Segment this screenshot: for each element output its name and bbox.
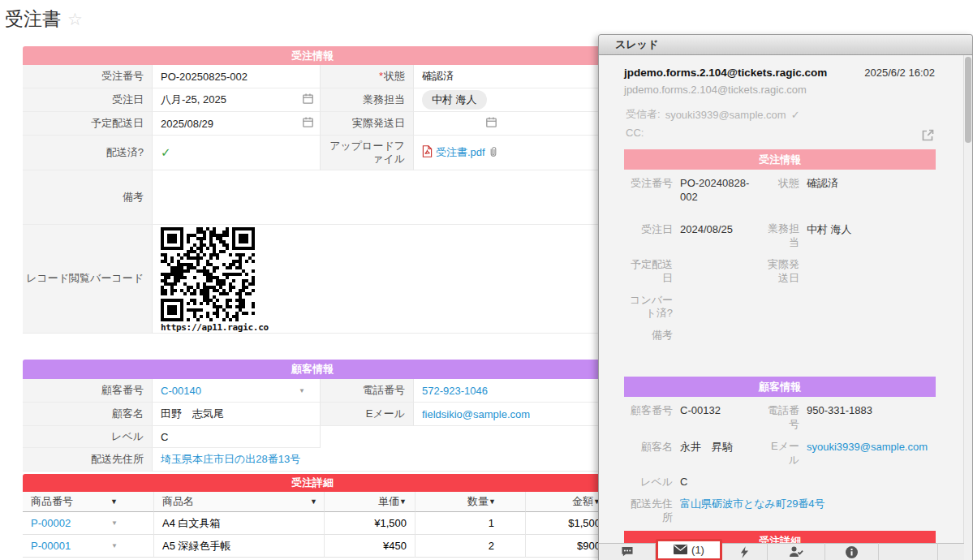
thread-address-label: 配送先住所: [624, 493, 673, 529]
thread-email-value: syouki3939@sample.com: [807, 437, 952, 471]
thread-panel-body: jpdemo.forms.2.104@tickets.ragic.com 202…: [599, 55, 972, 560]
actions-tab[interactable]: [722, 543, 768, 560]
calendar-icon[interactable]: [303, 93, 313, 106]
thread-customer-name-value: 永井 昇騎: [680, 437, 755, 471]
table-row-cell-amount: $900: [526, 535, 602, 558]
table-row-cell-product-no: P-00002 ▼: [23, 512, 154, 535]
message-timestamp: 2025/6/2 16:02: [864, 67, 935, 79]
thread-rep-value: 中村 海人: [807, 219, 952, 253]
favorite-star-icon[interactable]: ☆: [67, 10, 83, 29]
delivered-value[interactable]: ✓: [153, 136, 321, 170]
thread-toolbar: (1): [599, 543, 964, 560]
product-link[interactable]: P-00002: [31, 517, 71, 529]
notes-value[interactable]: [153, 170, 602, 225]
rep-chip[interactable]: 中村 海人: [422, 90, 487, 110]
table-row-cell-product-name: A5 深緑色手帳: [154, 535, 325, 558]
thread-order-no-value: PO-20240828-002: [680, 173, 755, 218]
table-row-cell-product-no: P-00001 ▼: [23, 535, 154, 558]
assignment-tab[interactable]: [768, 543, 825, 560]
rep-label: 業務担当: [321, 88, 414, 112]
thread-phone-label: 電話番号: [762, 400, 799, 436]
email-link[interactable]: fieldsikio@sample.com: [422, 408, 530, 420]
thread-order-date-label: 受注日: [624, 219, 673, 253]
calendar-icon[interactable]: [303, 117, 313, 130]
phone-link[interactable]: 572-923-1046: [422, 385, 488, 397]
customer-info-header: 顧客情報: [23, 360, 602, 379]
product-link[interactable]: P-00001: [31, 540, 71, 552]
thread-address-link[interactable]: 富山県砺波市となみ町29番4号: [680, 498, 825, 510]
thread-scrollbar-thumb[interactable]: [965, 57, 971, 143]
thread-rep-label: 業務担当: [762, 218, 799, 254]
thread-convert-value: [680, 291, 952, 323]
chevron-down-icon[interactable]: ▼: [111, 519, 118, 527]
barcode-label: レコード閲覧バーコード: [23, 225, 153, 334]
customer-name-value: 田野 志気尾: [153, 403, 321, 426]
thread-actual-ship-value: [807, 255, 952, 289]
table-row-cell-amount: $1,500: [526, 512, 602, 535]
thread-level-value: C: [680, 472, 952, 493]
table-row-cell-unit-price: ¥450: [325, 535, 415, 558]
thread-panel-header[interactable]: スレッド: [599, 35, 972, 55]
lightning-icon: [740, 546, 749, 558]
order-date-label: 受注日: [23, 88, 153, 112]
cc-label: CC:: [626, 127, 935, 139]
email-label: Eメール: [321, 403, 414, 426]
planned-ship-label: 予定配送日: [23, 112, 153, 136]
thread-panel: スレッド jpdemo.forms.2.104@tickets.ragic.co…: [598, 34, 973, 560]
col-header-amount: 金額▼: [526, 492, 602, 512]
thread-phone-value: 950-331-1883: [807, 400, 952, 436]
thread-planned-ship-value: [680, 255, 755, 289]
status-label: *状態: [321, 65, 414, 88]
actual-ship-value[interactable]: [414, 112, 602, 136]
rep-value: 中村 海人: [414, 88, 602, 112]
comments-tab[interactable]: [599, 543, 656, 560]
calendar-icon[interactable]: [486, 117, 497, 130]
customer-no-link[interactable]: C-00140: [161, 385, 201, 397]
mail-count: (1): [691, 544, 704, 556]
table-row-cell-qty: 1: [415, 512, 526, 535]
chevron-down-icon[interactable]: ▼: [111, 542, 118, 549]
order-date-value[interactable]: 八月-25, 2025: [153, 88, 321, 112]
qr-url: https://ap11.ragic.co: [161, 322, 269, 333]
page: 受注書 ☆ 受注情報 受注番号 PO-20250825-002 *状態 確認済 …: [0, 0, 973, 560]
thread-status-value: 確認済: [807, 173, 952, 218]
sort-icon[interactable]: ▼: [310, 498, 317, 506]
order-info-header: 受注情報: [23, 46, 602, 65]
empty-tab[interactable]: [879, 543, 938, 560]
pdf-icon: [422, 145, 433, 160]
sort-icon[interactable]: ▼: [110, 498, 118, 506]
email-value: fieldsikio@sample.com: [414, 403, 602, 426]
thread-notes-value: [680, 325, 952, 360]
mail-tab[interactable]: (1): [656, 539, 722, 560]
status-value: 確認済: [414, 65, 602, 88]
col-header-product-no: 商品番号 ▼: [23, 492, 154, 512]
thread-scrollbar[interactable]: [963, 55, 972, 560]
planned-ship-text: 2025/08/29: [161, 118, 213, 130]
attachment-link[interactable]: 受注書.pdf: [436, 145, 485, 160]
col-header-qty: 数量▼: [415, 492, 526, 512]
info-tab[interactable]: [825, 543, 879, 560]
upload-file-value: 受注書.pdf: [414, 136, 602, 170]
sort-icon[interactable]: ▼: [489, 498, 496, 506]
order-date-text: 八月-25, 2025: [161, 93, 226, 107]
section-gap: [23, 334, 602, 360]
phone-label: 電話番号: [321, 379, 414, 403]
thread-address-value: 富山県砺波市となみ町29番4号: [680, 493, 952, 529]
thread-notes-label: 備考: [624, 325, 673, 360]
open-external-icon[interactable]: [921, 128, 935, 145]
order-no-label: 受注番号: [23, 65, 153, 88]
table-row-cell-product-name: A4 白文具箱: [154, 512, 325, 535]
address-link[interactable]: 埼玉県本庄市日の出28番13号: [161, 452, 300, 467]
thread-order-info-grid: 受注番号 PO-20240828-002 状態 確認済 受注日 2024/08/…: [624, 173, 952, 360]
sort-icon[interactable]: ▼: [399, 498, 407, 506]
thread-customer-name-label: 顧客名: [624, 437, 673, 471]
message-from-row: jpdemo.forms.2.104@tickets.ragic.com 202…: [624, 67, 935, 79]
chevron-down-icon[interactable]: ▼: [299, 387, 305, 394]
planned-ship-value[interactable]: 2025/08/29: [153, 112, 321, 136]
level-value: C: [153, 426, 321, 448]
thread-planned-ship-label: 予定配送日: [624, 254, 673, 290]
thread-email-label: Eメール: [762, 436, 799, 472]
order-form: 受注情報 受注番号 PO-20250825-002 *状態 確認済 受注日 八月…: [23, 46, 602, 558]
thread-convert-label: コンバート済?: [624, 290, 673, 325]
thread-email-link[interactable]: syouki3939@sample.com: [807, 441, 928, 453]
